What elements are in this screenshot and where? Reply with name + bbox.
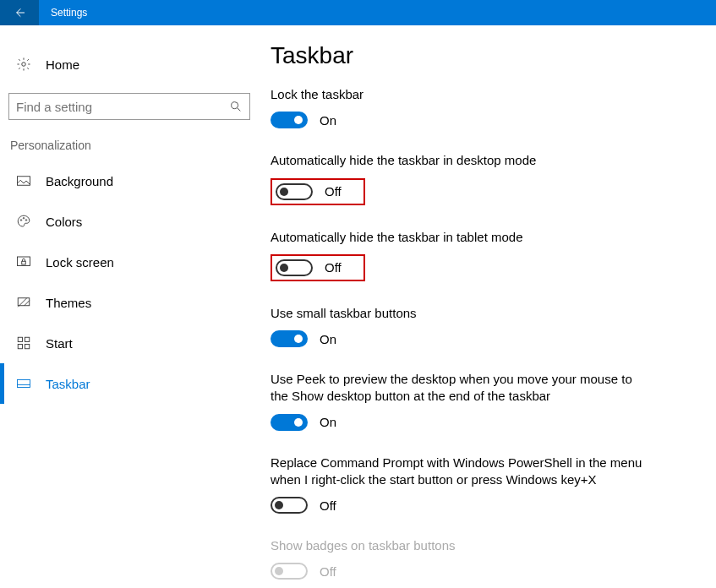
sidebar-item-taskbar[interactable]: Taskbar [8,363,271,404]
setting-powershell: Replace Command Prompt with Windows Powe… [271,455,682,514]
themes-icon [15,295,32,310]
setting-badges: Show badges on taskbar buttons Off [271,537,682,580]
sidebar-section-header: Personalization [8,139,271,161]
toggle-state: Off [325,184,342,199]
setting-autohide-desktop: Automatically hide the taskbar in deskto… [271,152,682,204]
toggle-autohide-tablet[interactable] [276,259,313,276]
highlight-box: Off [271,178,365,205]
gear-icon [15,57,32,72]
svg-rect-8 [22,261,26,264]
setting-peek: Use Peek to preview the desktop when you… [271,371,682,431]
svg-line-2 [238,108,240,111]
palette-icon [15,214,32,229]
svg-point-5 [23,218,25,220]
toggle-state: Off [320,564,336,579]
setting-lock-taskbar: Lock the taskbar On [271,86,682,128]
toggle-powershell[interactable] [271,497,308,514]
svg-rect-12 [18,345,22,349]
svg-rect-3 [18,177,30,186]
toggle-state: On [320,415,336,429]
sidebar-item-label: Colors [46,215,82,229]
setting-small-buttons: Use small taskbar buttons On [271,305,682,347]
svg-rect-10 [18,337,22,341]
toggle-peek[interactable] [271,414,308,431]
toggle-autohide-desktop[interactable] [276,183,313,200]
main-panel: Taskbar Lock the taskbar On Automaticall… [271,25,716,588]
picture-icon [15,173,32,188]
page-title: Taskbar [271,42,682,69]
toggle-state: Off [320,498,336,513]
sidebar: Home Personalization Background Colors L… [0,25,271,588]
sidebar-item-label: Taskbar [46,377,90,391]
setting-label: Use Peek to preview the desktop when you… [271,371,651,406]
svg-point-6 [25,220,27,221]
search-icon [229,100,243,113]
setting-label: Automatically hide the taskbar in tablet… [271,229,651,246]
svg-point-0 [22,63,26,67]
highlight-box: Off [271,254,365,281]
toggle-lock-taskbar[interactable] [271,112,308,128]
toggle-badges [271,563,308,580]
search-box[interactable] [8,93,250,120]
setting-label: Show badges on taskbar buttons [271,537,651,554]
lockscreen-icon [15,254,32,270]
toggle-small-buttons[interactable] [271,330,308,347]
sidebar-item-label: Themes [46,296,91,310]
svg-point-4 [20,220,22,221]
sidebar-item-background[interactable]: Background [8,161,271,201]
setting-label: Automatically hide the taskbar in deskto… [271,152,651,169]
start-icon [15,335,32,351]
sidebar-item-colors[interactable]: Colors [8,201,271,242]
search-input[interactable] [16,100,219,114]
setting-autohide-tablet: Automatically hide the taskbar in tablet… [271,229,682,281]
titlebar: Settings [0,0,716,25]
sidebar-item-lockscreen[interactable]: Lock screen [8,242,271,282]
taskbar-icon [15,376,32,391]
app-title: Settings [39,7,87,19]
sidebar-item-start[interactable]: Start [8,323,271,363]
setting-label: Replace Command Prompt with Windows Powe… [271,455,651,489]
sidebar-item-themes[interactable]: Themes [8,282,271,323]
setting-label: Lock the taskbar [271,86,651,103]
setting-label: Use small taskbar buttons [271,305,651,322]
sidebar-home[interactable]: Home [8,47,271,81]
svg-point-1 [232,102,238,109]
back-arrow-icon [13,6,26,19]
toggle-state: On [320,332,336,346]
svg-rect-14 [18,380,30,388]
home-label: Home [46,57,79,72]
svg-rect-11 [25,337,30,341]
sidebar-item-label: Background [46,174,113,188]
svg-rect-13 [25,345,30,349]
toggle-state: Off [325,260,342,275]
sidebar-item-label: Start [46,336,73,351]
toggle-state: On [320,113,336,128]
sidebar-item-label: Lock screen [46,255,114,270]
back-button[interactable] [0,0,39,25]
